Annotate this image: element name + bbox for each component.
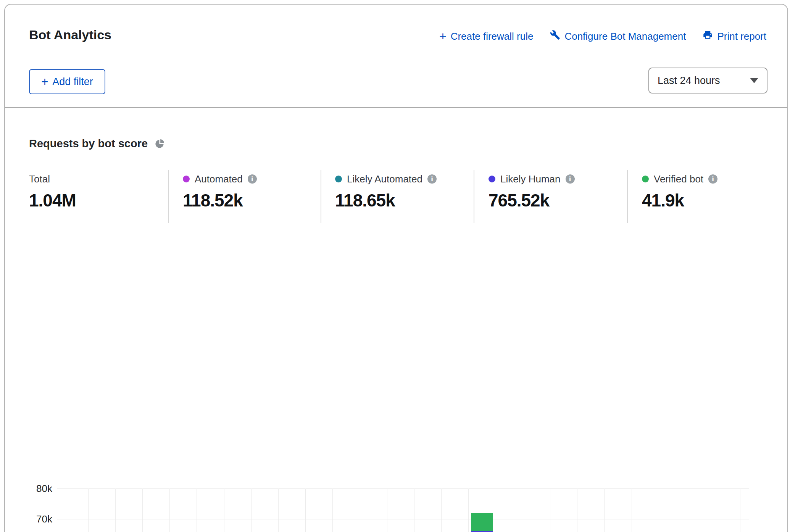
add-filter-label: Add filter (52, 76, 93, 88)
gridline-vertical (632, 488, 632, 532)
gridline-vertical (496, 488, 496, 532)
legend-dot-automated (183, 176, 190, 182)
gridline-vertical (142, 488, 143, 532)
info-icon[interactable]: i (566, 174, 575, 184)
stat-divider (627, 170, 628, 223)
info-icon[interactable]: i (427, 174, 437, 184)
plus-icon: + (439, 31, 447, 41)
gridline-vertical (577, 488, 577, 532)
y-tick-label: 80k (0, 483, 52, 495)
gridline-vertical (88, 488, 89, 532)
bot-analytics-page: Bot Analytics + Create firewall rule Con… (0, 0, 790, 532)
gridline-vertical (224, 488, 224, 532)
stat-label: Automated (195, 173, 243, 185)
stat-label: Likely Automated (347, 173, 422, 185)
gridline-vertical (414, 488, 414, 532)
gridline-vertical (278, 488, 279, 532)
printer-icon (703, 30, 713, 43)
legend-dot-likely-human (489, 176, 495, 182)
stat-divider (474, 170, 474, 223)
time-range-select[interactable]: Last 24 hours (648, 68, 767, 94)
chevron-down-icon (750, 78, 758, 83)
header-separator (5, 107, 787, 108)
legend-dot-likely-automated (335, 176, 342, 182)
section-header: Requests by bot score (29, 137, 165, 150)
gridline-vertical (251, 488, 252, 532)
requests-bar-chart: Requests Time (local) 010k20k30k40k50k60… (0, 237, 790, 532)
wrench-icon (550, 30, 560, 43)
stat-total: Total 1.04M (29, 173, 76, 211)
gridline-horizontal (57, 488, 749, 489)
page-title: Bot Analytics (29, 27, 111, 42)
plus-icon: + (41, 77, 48, 87)
gridline-vertical (713, 488, 713, 532)
gridline-horizontal (57, 519, 749, 519)
stat-value: 1.04M (29, 190, 76, 211)
stat-value: 118.52k (183, 190, 257, 211)
bar-15[interactable] (471, 513, 493, 532)
header-actions: + Create firewall rule Configure Bot Man… (439, 30, 766, 43)
time-range-value: Last 24 hours (658, 75, 720, 87)
gridline-vertical (169, 488, 170, 532)
stats-row: Total 1.04M Automated i 118.52k Likely A… (0, 168, 790, 225)
print-report-label: Print report (717, 31, 766, 42)
configure-bot-management-label: Configure Bot Management (564, 31, 686, 42)
gridline-vertical (332, 488, 333, 532)
configure-bot-management-link[interactable]: Configure Bot Management (550, 30, 686, 43)
stat-label: Verified bot (654, 173, 703, 185)
stat-verified-bot: Verified bot i 41.9k (642, 173, 717, 211)
section-title: Requests by bot score (29, 137, 148, 150)
stat-label: Likely Human (500, 173, 561, 185)
stat-automated: Automated i 118.52k (183, 173, 257, 211)
gridline-vertical (468, 488, 469, 532)
print-report-link[interactable]: Print report (703, 30, 766, 43)
gridline-vertical (740, 488, 740, 532)
gridline-vertical (441, 488, 442, 532)
gridline-vertical (659, 488, 659, 532)
stat-label: Total (29, 173, 50, 185)
gridline-vertical (550, 488, 550, 532)
stat-value: 41.9k (642, 190, 717, 211)
y-tick-label: 70k (0, 513, 52, 525)
gridline-vertical (61, 488, 61, 532)
add-filter-button[interactable]: + Add filter (29, 69, 105, 94)
stat-divider (168, 170, 169, 223)
stat-value: 118.65k (335, 190, 437, 211)
info-icon[interactable]: i (708, 174, 717, 184)
stat-value: 765.52k (489, 190, 575, 211)
stat-likely-human: Likely Human i 765.52k (489, 173, 575, 211)
gridline-vertical (197, 488, 197, 532)
gridline-vertical (686, 488, 686, 532)
legend-dot-verified-bot (642, 176, 649, 182)
gridline-vertical (387, 488, 387, 532)
stat-divider (321, 170, 321, 223)
info-icon[interactable]: i (248, 174, 257, 184)
create-firewall-rule-link[interactable]: + Create firewall rule (439, 31, 533, 42)
stat-likely-automated: Likely Automated i 118.65k (335, 173, 437, 211)
pie-chart-icon (155, 139, 165, 149)
gridline-vertical (360, 488, 360, 532)
gridline-vertical (523, 488, 523, 532)
create-firewall-rule-label: Create firewall rule (451, 31, 534, 42)
bar-segment-verified-bot[interactable] (471, 513, 493, 531)
gridline-vertical (604, 488, 605, 532)
gridline-vertical (305, 488, 306, 532)
gridline-vertical (115, 488, 116, 532)
